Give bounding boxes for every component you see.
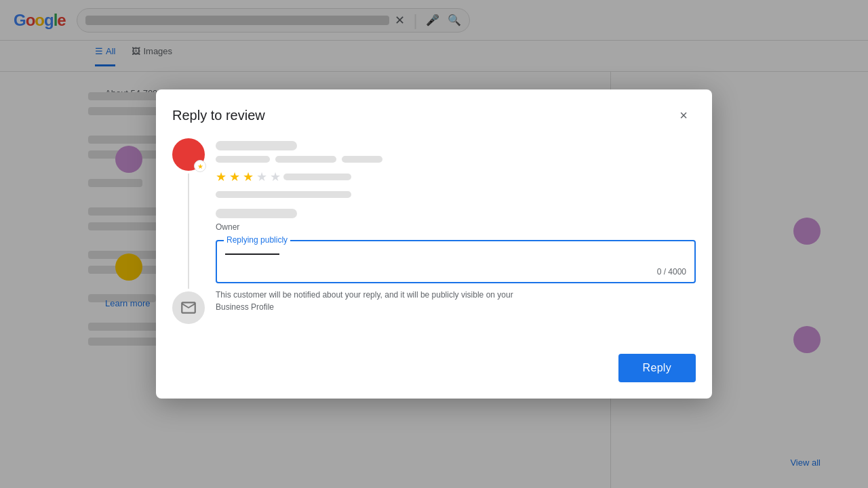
thread-line: [188, 174, 189, 289]
char-count: 0 / 4000: [657, 267, 686, 277]
review-text-bar: [216, 191, 351, 198]
meta-bar-2: [275, 156, 336, 163]
close-icon: ×: [679, 108, 688, 123]
owner-avatar: [172, 291, 205, 324]
star-trail: [283, 174, 351, 180]
owner-section: Owner Replying publicly 0 / 4000 This cu…: [216, 209, 696, 324]
reviewer-thread: ★: [172, 138, 205, 324]
owner-name-bar: [216, 209, 297, 218]
reply-button[interactable]: Reply: [618, 354, 696, 382]
review-content-wrapper: ★ ★ ★ ★ ★ Owner: [216, 138, 696, 324]
modal-header: Reply to review ×: [156, 89, 712, 138]
reviewer-avatar: ★: [172, 138, 205, 171]
reply-field-wrapper: Replying publicly 0 / 4000: [216, 240, 696, 283]
reviewer-name-bar: [216, 141, 297, 150]
star-2: ★: [229, 169, 240, 184]
star-badge: ★: [194, 160, 206, 172]
star-4: ★: [256, 169, 267, 184]
reviewer-meta: [216, 156, 696, 163]
owner-label: Owner: [216, 222, 696, 232]
reviewer-info: ★ ★ ★ ★ ★: [216, 138, 696, 198]
reply-to-review-modal: Reply to review × ★: [156, 89, 712, 399]
modal-title: Reply to review: [172, 108, 265, 123]
star-3: ★: [243, 169, 254, 184]
meta-bar-3: [342, 156, 382, 163]
review-section: ★: [172, 138, 696, 324]
star-1: ★: [216, 169, 226, 184]
stars-row: ★ ★ ★ ★ ★: [216, 169, 696, 184]
star-5: ★: [270, 169, 281, 184]
owner-content: Owner Replying publicly 0 / 4000 This cu…: [216, 209, 696, 324]
modal-footer: Reply: [156, 354, 712, 399]
modal-body: ★: [156, 138, 712, 354]
close-button[interactable]: ×: [671, 103, 696, 127]
meta-bar-1: [216, 156, 270, 163]
